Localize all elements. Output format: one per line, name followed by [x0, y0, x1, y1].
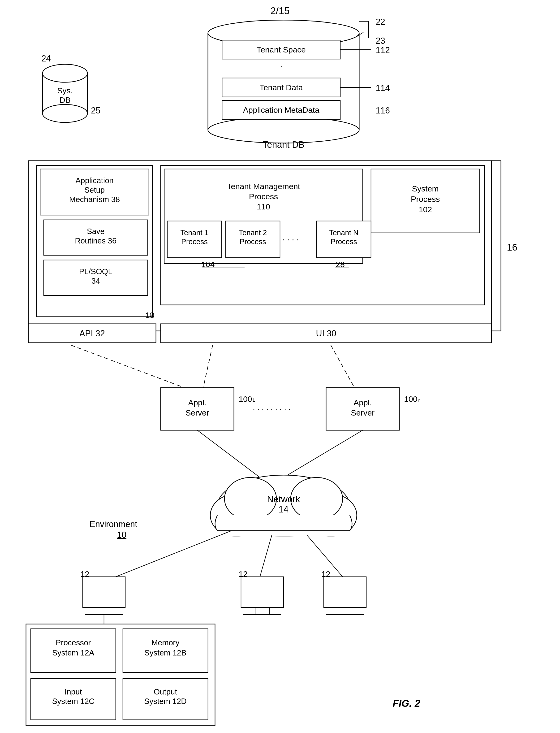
- svg-rect-56: [371, 169, 480, 233]
- svg-text:Mechanism 38: Mechanism 38: [69, 195, 120, 204]
- svg-text:12: 12: [321, 570, 330, 578]
- svg-text:Tenant N: Tenant N: [329, 228, 358, 237]
- svg-text:System 12A: System 12A: [52, 648, 94, 657]
- svg-rect-108: [97, 608, 111, 615]
- svg-text:·: ·: [280, 61, 282, 70]
- svg-text:Tenant Data: Tenant Data: [259, 83, 303, 92]
- svg-rect-97: [217, 515, 350, 537]
- svg-line-78: [71, 345, 184, 388]
- svg-text:Tenant 2: Tenant 2: [239, 228, 267, 237]
- svg-rect-126: [31, 678, 116, 720]
- svg-text:Process: Process: [331, 237, 357, 246]
- svg-rect-81: [161, 388, 234, 430]
- svg-text:102: 102: [419, 205, 432, 214]
- svg-text:Appl.: Appl.: [188, 398, 207, 407]
- svg-rect-44: [44, 220, 148, 255]
- svg-rect-107: [83, 577, 125, 608]
- svg-text:2/15: 2/15: [270, 5, 290, 16]
- svg-text:Appl.: Appl.: [353, 398, 372, 407]
- svg-text:100ₙ: 100ₙ: [404, 395, 421, 404]
- svg-text:Server: Server: [351, 408, 375, 417]
- svg-rect-47: [44, 260, 148, 295]
- svg-text:Environment: Environment: [90, 519, 137, 529]
- svg-rect-10: [222, 40, 340, 59]
- svg-text:Process: Process: [240, 237, 266, 246]
- svg-line-103: [307, 535, 343, 577]
- svg-text:16: 16: [507, 242, 517, 252]
- svg-line-102: [260, 535, 272, 577]
- svg-text:Setup: Setup: [84, 185, 105, 194]
- svg-rect-13: [222, 78, 340, 97]
- svg-text:114: 114: [376, 83, 390, 93]
- svg-text:28: 28: [336, 260, 345, 269]
- svg-text:Application MetaData: Application MetaData: [243, 105, 319, 114]
- svg-line-80: [331, 345, 354, 388]
- svg-line-101: [116, 531, 232, 577]
- svg-rect-1: [208, 31, 359, 130]
- svg-text:System: System: [412, 184, 439, 193]
- svg-point-28: [43, 64, 87, 82]
- svg-rect-63: [226, 221, 280, 258]
- svg-text:· · · · · · · · ·: · · · · · · · · ·: [253, 404, 291, 413]
- svg-point-92: [217, 475, 350, 537]
- svg-text:Memory: Memory: [151, 638, 180, 647]
- svg-text:23: 23: [376, 36, 385, 46]
- svg-point-96: [291, 478, 343, 520]
- svg-text:Tenant 1: Tenant 1: [181, 228, 209, 237]
- svg-text:Application: Application: [75, 176, 113, 185]
- svg-text:Process: Process: [181, 237, 208, 246]
- svg-text:25: 25: [91, 106, 100, 115]
- svg-line-90: [197, 430, 260, 478]
- svg-text:Sys.: Sys.: [57, 86, 73, 95]
- svg-text:110: 110: [257, 202, 270, 211]
- svg-rect-115: [324, 577, 366, 608]
- svg-rect-112: [255, 608, 269, 615]
- svg-text:100₁: 100₁: [239, 395, 255, 404]
- svg-text:10: 10: [117, 530, 126, 540]
- svg-text:API 32: API 32: [79, 328, 105, 338]
- svg-text:18: 18: [145, 310, 154, 319]
- svg-text:Save: Save: [87, 227, 104, 236]
- svg-line-91: [284, 430, 363, 478]
- svg-text:Tenant Space: Tenant Space: [257, 45, 306, 54]
- svg-text:14: 14: [279, 505, 289, 514]
- svg-text:Server: Server: [185, 408, 209, 417]
- svg-text:Network: Network: [267, 494, 300, 504]
- svg-point-95: [224, 478, 276, 520]
- svg-line-8: [357, 32, 364, 37]
- svg-text:12: 12: [80, 570, 89, 578]
- svg-text:34: 34: [91, 276, 100, 285]
- svg-text:FIG. 2: FIG. 2: [393, 698, 420, 709]
- svg-point-94: [305, 494, 357, 537]
- svg-rect-129: [123, 678, 208, 720]
- svg-text:Tenant Management: Tenant Management: [227, 182, 300, 191]
- svg-rect-111: [241, 577, 284, 608]
- svg-text:System 12D: System 12D: [144, 697, 187, 706]
- svg-text:DB: DB: [59, 95, 70, 104]
- svg-text:Processor: Processor: [56, 638, 91, 647]
- svg-line-79: [203, 345, 213, 388]
- svg-text:Process: Process: [411, 194, 440, 203]
- svg-text:· · · ·: · · · ·: [282, 234, 299, 244]
- svg-text:Input: Input: [65, 687, 82, 696]
- svg-rect-76: [161, 324, 491, 343]
- svg-rect-15: [222, 100, 340, 119]
- svg-text:Output: Output: [154, 687, 177, 696]
- svg-text:116: 116: [376, 106, 390, 115]
- svg-text:104: 104: [201, 260, 215, 269]
- svg-point-4: [208, 117, 359, 143]
- svg-rect-74: [28, 324, 156, 343]
- svg-rect-51: [161, 165, 484, 305]
- svg-rect-60: [167, 221, 222, 258]
- svg-point-29: [43, 104, 87, 122]
- svg-point-93: [210, 494, 262, 537]
- svg-text:112: 112: [376, 45, 390, 55]
- svg-text:Routines 36: Routines 36: [75, 236, 116, 245]
- svg-text:System 12B: System 12B: [144, 648, 186, 657]
- svg-rect-120: [31, 629, 116, 673]
- svg-rect-34: [28, 161, 491, 331]
- svg-rect-40: [40, 169, 149, 215]
- svg-rect-116: [338, 608, 352, 615]
- svg-rect-123: [123, 629, 208, 673]
- svg-text:System 12C: System 12C: [52, 697, 95, 706]
